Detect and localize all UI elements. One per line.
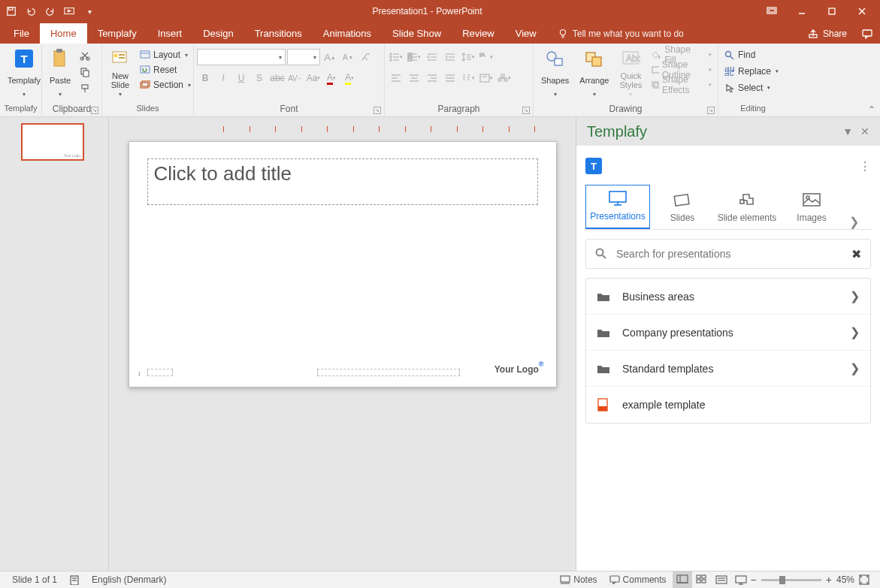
normal-view-icon[interactable] xyxy=(673,571,692,588)
text-direction-icon[interactable]: ᴵᴬ▾ xyxy=(478,49,494,65)
tab-insert[interactable]: Insert xyxy=(147,23,193,44)
strikethrough-icon[interactable]: abc xyxy=(269,70,286,86)
char-spacing-icon[interactable]: AV↔ xyxy=(287,70,304,86)
font-size-input[interactable] xyxy=(291,53,313,62)
align-center-icon[interactable] xyxy=(406,70,422,86)
zoom-slider[interactable] xyxy=(761,579,821,581)
drawing-dialog-icon[interactable]: ↘ xyxy=(707,107,715,114)
font-name-input[interactable] xyxy=(201,53,279,62)
panel-tab-images[interactable]: Images xyxy=(779,187,844,229)
cut-icon[interactable] xyxy=(77,47,93,64)
tab-review[interactable]: Review xyxy=(452,23,505,44)
slide-thumbnail[interactable]: Your Logo xyxy=(21,123,84,161)
collapse-ribbon-icon[interactable]: ⌃ xyxy=(868,104,875,115)
zoom-in-icon[interactable]: + xyxy=(826,574,832,586)
list-item[interactable]: example template xyxy=(586,387,870,423)
tab-home[interactable]: Home xyxy=(40,23,87,44)
undo-icon[interactable] xyxy=(24,5,38,18)
tab-design[interactable]: Design xyxy=(192,23,243,44)
tellme[interactable]: Tell me what you want to do xyxy=(552,24,690,44)
font-color-icon[interactable]: A▾ xyxy=(323,70,340,86)
columns-icon[interactable]: ▾ xyxy=(460,70,476,86)
decrease-font-icon[interactable]: A▼ xyxy=(340,49,356,65)
panel-tab-slides[interactable]: Slides xyxy=(650,187,715,229)
font-name-box[interactable]: ▾ xyxy=(197,49,286,65)
panel-close-icon[interactable]: ✕ xyxy=(860,125,869,137)
numbering-icon[interactable]: 123▾ xyxy=(406,49,422,65)
clipboard-dialog-icon[interactable]: ↘ xyxy=(91,107,98,114)
search-box[interactable]: ✖ xyxy=(585,239,871,269)
line-spacing-icon[interactable]: ▾ xyxy=(460,49,476,65)
reset-button[interactable]: Reset xyxy=(137,62,194,77)
footer-placeholder[interactable] xyxy=(317,369,460,376)
layout-button[interactable]: Layout▾ xyxy=(137,47,194,62)
font-dialog-icon[interactable]: ↘ xyxy=(373,107,381,114)
tab-animations[interactable]: Animations xyxy=(313,23,382,44)
align-left-icon[interactable] xyxy=(388,70,404,86)
list-item[interactable]: Business areas ❯ xyxy=(586,279,870,315)
zoom-out-icon[interactable]: − xyxy=(751,574,757,586)
panel-tab-presentations[interactable]: Presentations xyxy=(585,185,650,229)
save-icon[interactable] xyxy=(5,5,18,18)
tab-view[interactable]: View xyxy=(505,23,547,44)
shapes-button[interactable]: Shapes ▾ xyxy=(537,46,573,100)
fit-window-icon[interactable] xyxy=(854,571,874,588)
panel-options-icon[interactable]: ▼ xyxy=(842,125,853,137)
shadow-icon[interactable]: S xyxy=(251,70,268,86)
align-text-icon[interactable]: ▾ xyxy=(478,70,494,86)
panel-tab-elements[interactable]: Slide elements xyxy=(715,187,779,229)
tab-file[interactable]: File xyxy=(3,23,40,44)
list-item[interactable]: Standard templates ❯ xyxy=(586,351,870,387)
italic-icon[interactable]: I xyxy=(215,70,231,86)
shape-effects-button[interactable]: Shape Effects▾ xyxy=(648,77,715,92)
slide[interactable]: Click to add title 1 Your Logo® xyxy=(129,141,557,387)
close-icon[interactable] xyxy=(848,0,875,23)
templafy-button[interactable]: T Templafy ▾ xyxy=(3,46,45,100)
notes-button[interactable]: Notes xyxy=(554,571,603,588)
new-slide-button[interactable]: New Slide ▾ xyxy=(105,46,135,100)
section-button[interactable]: Section▾ xyxy=(137,77,194,92)
search-clear-icon[interactable]: ✖ xyxy=(851,247,861,261)
redo-icon[interactable] xyxy=(44,5,57,18)
align-right-icon[interactable] xyxy=(424,70,440,86)
bold-icon[interactable]: B xyxy=(197,70,213,86)
copy-icon[interactable] xyxy=(77,64,93,80)
panel-tabs-more-icon[interactable]: ❯ xyxy=(844,215,863,229)
spellcheck-icon[interactable] xyxy=(63,571,86,588)
search-input[interactable] xyxy=(616,248,851,260)
minimize-icon[interactable] xyxy=(788,0,815,23)
bullets-icon[interactable]: ▾ xyxy=(388,49,404,65)
comments-icon[interactable] xyxy=(854,24,880,44)
paragraph-dialog-icon[interactable]: ↘ xyxy=(522,107,530,114)
sorter-view-icon[interactable] xyxy=(692,571,712,588)
ribbon-display-icon[interactable] xyxy=(758,0,785,23)
decrease-indent-icon[interactable] xyxy=(424,49,440,65)
zoom-level[interactable]: 45% xyxy=(836,574,854,585)
date-placeholder[interactable] xyxy=(147,369,173,376)
qat-more-icon[interactable]: ▾ xyxy=(83,5,96,18)
maximize-icon[interactable] xyxy=(818,0,845,23)
increase-indent-icon[interactable] xyxy=(442,49,458,65)
find-button[interactable]: Find xyxy=(721,47,758,62)
justify-icon[interactable] xyxy=(442,70,458,86)
clear-formatting-icon[interactable] xyxy=(358,49,374,65)
replace-button[interactable]: abacReplace▾ xyxy=(721,64,782,79)
smartart-icon[interactable]: ▾ xyxy=(496,70,513,86)
reading-view-icon[interactable] xyxy=(712,571,731,588)
paste-button[interactable]: Paste ▾ xyxy=(45,46,75,100)
format-painter-icon[interactable] xyxy=(77,80,93,97)
title-placeholder[interactable]: Click to add title xyxy=(147,158,538,205)
quick-styles-button[interactable]: Abc Quick Styles ▾ xyxy=(615,46,646,100)
change-case-icon[interactable]: Aa▾ xyxy=(305,70,322,86)
slide-counter[interactable]: Slide 1 of 1 xyxy=(6,571,63,588)
tab-templafy[interactable]: Templafy xyxy=(87,23,147,44)
select-button[interactable]: Select▾ xyxy=(721,80,773,95)
tab-transitions[interactable]: Transitions xyxy=(244,23,313,44)
arrange-button[interactable]: Arrange ▾ xyxy=(575,46,613,100)
slideshow-icon[interactable] xyxy=(63,5,77,18)
font-size-box[interactable]: ▾ xyxy=(287,49,320,65)
increase-font-icon[interactable]: A▲ xyxy=(322,49,338,65)
list-item[interactable]: Company presentations ❯ xyxy=(586,315,870,351)
tab-slideshow[interactable]: Slide Show xyxy=(382,23,452,44)
share-button[interactable]: Share xyxy=(800,24,854,44)
